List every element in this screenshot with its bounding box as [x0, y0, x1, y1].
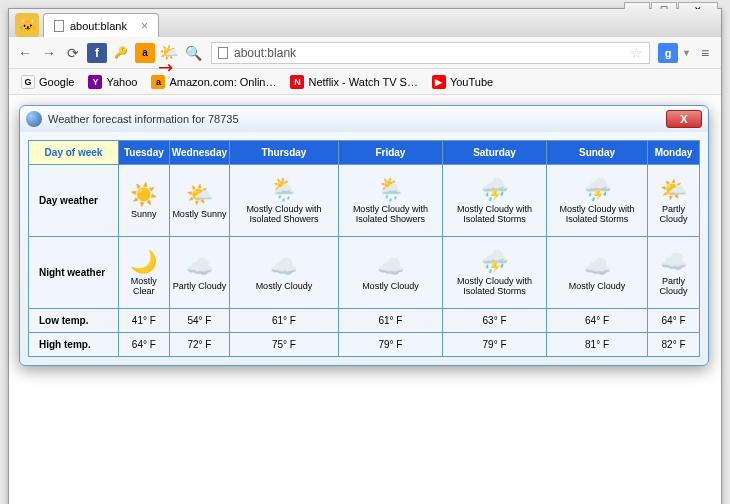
bookmark-yahoo[interactable]: YYahoo — [82, 73, 143, 91]
bookmark-netflix[interactable]: NNetflix - Watch TV S… — [284, 73, 423, 91]
forecast-cell: ☁️Mostly Cloudy — [230, 237, 339, 309]
bookmarks-bar: GGoogle YYahoo aAmazon.com: Onlin… NNetf… — [9, 69, 721, 95]
popup-close-button[interactable]: X — [666, 110, 702, 128]
youtube-icon: ▶ — [432, 75, 446, 89]
browser-content: Weather forecast information for 78735 X… — [9, 95, 721, 504]
storm-icon: ⛈️ — [549, 177, 645, 203]
weather-popup: Weather forecast information for 78735 X… — [19, 105, 709, 366]
partly-sunny-icon: 🌤️ — [172, 182, 227, 208]
page-icon — [54, 20, 64, 32]
netflix-icon: N — [290, 75, 304, 89]
browser-tab[interactable]: about:blank × — [43, 13, 159, 37]
showers-icon: 🌦️ — [341, 177, 440, 203]
low-temp-row: Low temp. 41° F 54° F 61° F 61° F 63° F … — [29, 309, 700, 333]
table-header-row: Day of week Tuesday Wednesday Thursday F… — [29, 141, 700, 165]
temp-cell: 75° F — [230, 333, 339, 357]
temp-cell: 54° F — [169, 309, 229, 333]
night-weather-row: Night weather 🌙Mostly Clear ☁️Partly Clo… — [29, 237, 700, 309]
forecast-cell: 🌤️Mostly Sunny — [169, 165, 229, 237]
clear-night-icon: 🌙 — [121, 249, 167, 275]
cloudy-icon: ☁️ — [172, 254, 227, 280]
temp-cell: 64° F — [648, 309, 700, 333]
temp-cell: 72° F — [169, 333, 229, 357]
forecast-cell: 🌙Mostly Clear — [119, 237, 170, 309]
storm-icon: ⛈️ — [445, 249, 544, 275]
temp-cell: 64° F — [547, 309, 648, 333]
url-input[interactable] — [234, 46, 624, 60]
facebook-extension-icon[interactable]: f — [87, 43, 107, 63]
partly-sunny-icon: 🌤️ — [650, 177, 697, 203]
day-header: Monday — [648, 141, 700, 165]
forecast-cell: 🌦️Mostly Cloudy with Isolated Showers — [338, 165, 442, 237]
google-icon: G — [21, 75, 35, 89]
tab-close-button[interactable]: × — [141, 19, 148, 33]
temp-cell: 61° F — [338, 309, 442, 333]
day-header: Thursday — [230, 141, 339, 165]
temp-cell: 79° F — [443, 333, 547, 357]
browser-mascot-icon[interactable]: 🐱 — [15, 13, 39, 37]
zoom-extension-icon[interactable]: 🔍 — [183, 43, 203, 63]
temp-cell: 41° F — [119, 309, 170, 333]
forecast-cell: ⛈️Mostly Cloudy with Isolated Storms — [547, 165, 648, 237]
cloudy-icon: ☁️ — [341, 254, 440, 280]
row-label: Night weather — [29, 237, 119, 309]
cloudy-icon: ☁️ — [650, 249, 697, 275]
cloudy-icon: ☁️ — [232, 254, 336, 280]
forecast-cell: ☁️Mostly Cloudy — [338, 237, 442, 309]
google-search-icon[interactable]: g — [658, 43, 678, 63]
day-header: Saturday — [443, 141, 547, 165]
sun-icon: ☀️ — [121, 182, 167, 208]
navigation-bar: ← → ⟳ f 🔑 a 🌤️ 🔍 ☆ g ▼ ≡ — [9, 37, 721, 69]
amazon-extension-icon[interactable]: a — [135, 43, 155, 63]
tabs-bar: 🐱 about:blank × — [9, 9, 721, 37]
menu-button[interactable]: ≡ — [695, 43, 715, 63]
browser-window: 🐱 about:blank × ← → ⟳ f 🔑 a 🌤️ 🔍 ☆ g ▼ ≡… — [8, 8, 722, 504]
temp-cell: 81° F — [547, 333, 648, 357]
forecast-cell: ☁️Partly Cloudy — [648, 237, 700, 309]
forecast-table: Day of week Tuesday Wednesday Thursday F… — [28, 140, 700, 357]
day-header: Friday — [338, 141, 442, 165]
key-extension-icon[interactable]: 🔑 — [111, 43, 131, 63]
dropdown-icon[interactable]: ▼ — [682, 48, 691, 58]
cloudy-icon: ☁️ — [549, 254, 645, 280]
tab-title: about:blank — [70, 20, 127, 32]
row-label: Low temp. — [29, 309, 119, 333]
row-label: Day weather — [29, 165, 119, 237]
back-button[interactable]: ← — [15, 43, 35, 63]
forecast-cell: ⛈️Mostly Cloudy with Isolated Storms — [443, 237, 547, 309]
showers-icon: 🌦️ — [232, 177, 336, 203]
day-header: Wednesday — [169, 141, 229, 165]
forecast-cell: ⛈️Mostly Cloudy with Isolated Storms — [443, 165, 547, 237]
yahoo-icon: Y — [88, 75, 102, 89]
page-icon — [218, 47, 228, 59]
temp-cell: 64° F — [119, 333, 170, 357]
forecast-cell: ☁️Mostly Cloudy — [547, 237, 648, 309]
temp-cell: 82° F — [648, 333, 700, 357]
bookmark-google[interactable]: GGoogle — [15, 73, 80, 91]
forward-button[interactable]: → — [39, 43, 59, 63]
address-bar[interactable]: ☆ — [211, 42, 650, 64]
forecast-cell: 🌤️Partly Cloudy — [648, 165, 700, 237]
bookmark-youtube[interactable]: ▶YouTube — [426, 73, 499, 91]
forecast-cell: 🌦️Mostly Cloudy with Isolated Showers — [230, 165, 339, 237]
popup-title: Weather forecast information for 78735 — [48, 113, 660, 125]
popup-titlebar: Weather forecast information for 78735 X — [20, 106, 708, 132]
forecast-cell: ☀️Sunny — [119, 165, 170, 237]
day-header: Tuesday — [119, 141, 170, 165]
forecast-cell: ☁️Partly Cloudy — [169, 237, 229, 309]
temp-cell: 79° F — [338, 333, 442, 357]
storm-icon: ⛈️ — [445, 177, 544, 203]
temp-cell: 61° F — [230, 309, 339, 333]
globe-icon — [26, 111, 42, 127]
day-weather-row: Day weather ☀️Sunny 🌤️Mostly Sunny 🌦️Mos… — [29, 165, 700, 237]
temp-cell: 63° F — [443, 309, 547, 333]
amazon-icon: a — [151, 75, 165, 89]
bookmark-star-icon[interactable]: ☆ — [630, 45, 643, 61]
day-of-week-header: Day of week — [29, 141, 119, 165]
reload-button[interactable]: ⟳ — [63, 43, 83, 63]
high-temp-row: High temp. 64° F 72° F 75° F 79° F 79° F… — [29, 333, 700, 357]
day-header: Sunday — [547, 141, 648, 165]
row-label: High temp. — [29, 333, 119, 357]
